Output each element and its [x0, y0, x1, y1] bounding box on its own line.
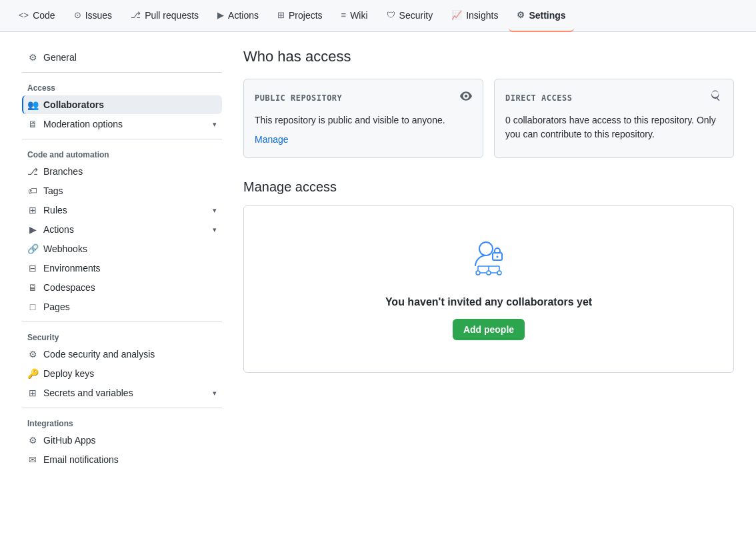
sidebar-item-collaborators[interactable]: 👥 Collaborators: [22, 95, 222, 114]
github-apps-icon: ⚙: [27, 435, 38, 446]
direct-access-text: 0 collaborators have access to this repo…: [505, 113, 723, 141]
actions-sidebar-icon: ▶: [27, 224, 38, 235]
nav-issues-label: Issues: [85, 10, 112, 21]
nav-pull-requests-label: Pull requests: [145, 10, 199, 21]
nav-wiki[interactable]: ≡ Wiki: [333, 0, 376, 32]
pull-requests-icon: ⎇: [131, 10, 141, 20]
top-nav: <> Code ⊙ Issues ⎇ Pull requests ▶ Actio…: [0, 0, 756, 32]
pages-icon: □: [27, 302, 38, 312]
divider-2: [22, 139, 222, 139]
nav-code[interactable]: <> Code: [11, 0, 63, 32]
sidebar-item-general[interactable]: ⚙ General: [22, 48, 222, 67]
nav-settings[interactable]: ⚙ Settings: [509, 0, 573, 32]
eye-icon: [460, 90, 472, 105]
actions-chevron: ▾: [213, 225, 217, 234]
manage-link[interactable]: Manage: [255, 134, 289, 145]
tags-icon: 🏷: [27, 185, 38, 196]
sidebar-tags-label: Tags: [43, 185, 63, 196]
divider-3: [22, 322, 222, 322]
nav-insights-label: Insights: [466, 10, 498, 21]
person-search-icon: [711, 90, 723, 105]
sidebar-branches-label: Branches: [43, 166, 83, 177]
manage-access-title: Manage access: [243, 179, 734, 195]
nav-settings-label: Settings: [529, 10, 565, 21]
svg-point-5: [497, 271, 501, 275]
svg-point-3: [476, 271, 480, 275]
sidebar-integrations-section: Integrations: [22, 414, 222, 431]
sidebar-item-environments[interactable]: ⊟ Environments: [22, 259, 222, 278]
rules-chevron: ▾: [213, 206, 217, 215]
wiki-icon: ≡: [341, 10, 347, 20]
sidebar-item-rules[interactable]: ⊞ Rules ▾: [22, 201, 222, 219]
nav-projects[interactable]: ⊞ Projects: [269, 0, 331, 32]
sidebar-codespaces-label: Codespaces: [43, 282, 95, 293]
nav-security-label: Security: [399, 10, 433, 21]
sidebar-webhooks-label: Webhooks: [43, 243, 87, 254]
public-repo-label: PUBLIC REPOSITORY: [255, 93, 342, 103]
sidebar-rules-label: Rules: [43, 205, 67, 215]
insights-icon: 📈: [451, 10, 462, 20]
code-security-icon: ⚙: [27, 349, 38, 360]
secrets-icon: ⊞: [27, 388, 38, 398]
sidebar-item-tags[interactable]: 🏷 Tags: [22, 181, 222, 200]
sidebar-item-moderation[interactable]: 🖥 Moderation options ▾: [22, 115, 222, 133]
manage-access-box: You haven't invited any collaborators ye…: [243, 205, 734, 373]
sidebar-collaborators-label: Collaborators: [43, 99, 104, 110]
sidebar-item-github-apps[interactable]: ⚙ GitHub Apps: [22, 431, 222, 450]
sidebar-code-automation-section: Code and automation: [22, 145, 222, 162]
svg-point-4: [487, 271, 491, 275]
sidebar-item-pages[interactable]: □ Pages: [22, 298, 222, 316]
sidebar-environments-label: Environments: [43, 263, 101, 274]
code-icon: <>: [19, 10, 29, 20]
svg-point-2: [497, 256, 499, 258]
sidebar-email-notifications-label: Email notifications: [43, 454, 119, 465]
nav-insights[interactable]: 📈 Insights: [443, 0, 506, 32]
rules-icon: ⊞: [27, 205, 38, 215]
divider-1: [22, 72, 222, 73]
direct-access-card: DIRECT ACCESS 0 collaborators have acces…: [494, 79, 734, 158]
public-repo-card: PUBLIC REPOSITORY This repository is pub…: [243, 79, 483, 158]
sidebar-github-apps-label: GitHub Apps: [43, 435, 96, 446]
sidebar-pages-label: Pages: [43, 302, 70, 312]
no-collabs-text: You haven't invited any collaborators ye…: [385, 296, 592, 308]
add-people-button[interactable]: Add people: [453, 319, 525, 340]
svg-point-0: [479, 242, 493, 255]
sidebar-item-codespaces[interactable]: 🖥 Codespaces: [22, 278, 222, 297]
nav-actions-label: Actions: [228, 10, 259, 21]
sidebar-item-actions[interactable]: ▶ Actions ▾: [22, 220, 222, 239]
page-title: Who has access: [243, 48, 734, 65]
access-cards: PUBLIC REPOSITORY This repository is pub…: [243, 79, 734, 158]
sidebar-item-email-notifications[interactable]: ✉ Email notifications: [22, 450, 222, 469]
public-repo-text: This repository is public and visible to…: [255, 113, 472, 127]
sidebar-item-code-security[interactable]: ⚙ Code security and analysis: [22, 345, 222, 364]
sidebar-security-section: Security: [22, 328, 222, 345]
nav-code-label: Code: [33, 10, 55, 21]
sidebar-item-webhooks[interactable]: 🔗 Webhooks: [22, 239, 222, 258]
sidebar-item-deploy-keys[interactable]: 🔑 Deploy keys: [22, 364, 222, 383]
sidebar-general-label: General: [43, 52, 77, 63]
codespaces-icon: 🖥: [27, 282, 38, 293]
collaborators-icon: 👥: [27, 99, 38, 110]
branches-icon: ⎇: [27, 166, 38, 177]
collab-illustration: [462, 238, 515, 280]
environments-icon: ⊟: [27, 263, 38, 274]
nav-wiki-label: Wiki: [350, 10, 367, 21]
moderation-icon: 🖥: [27, 119, 38, 129]
actions-icon: ▶: [217, 10, 224, 20]
nav-security[interactable]: 🛡 Security: [379, 0, 441, 32]
general-icon: ⚙: [27, 52, 38, 63]
deploy-keys-icon: 🔑: [27, 368, 38, 379]
moderation-chevron: ▾: [213, 120, 217, 129]
nav-pull-requests[interactable]: ⎇ Pull requests: [123, 0, 207, 32]
secrets-chevron: ▾: [213, 389, 217, 398]
nav-actions[interactable]: ▶ Actions: [209, 0, 267, 32]
sidebar-actions-label: Actions: [43, 224, 74, 235]
nav-projects-label: Projects: [289, 10, 323, 21]
settings-icon: ⚙: [517, 10, 525, 20]
sidebar-item-secrets[interactable]: ⊞ Secrets and variables ▾: [22, 384, 222, 402]
sidebar: ⚙ General Access 👥 Collaborators 🖥 Moder…: [22, 48, 222, 470]
divider-4: [22, 408, 222, 408]
sidebar-item-branches[interactable]: ⎇ Branches: [22, 162, 222, 181]
nav-issues[interactable]: ⊙ Issues: [66, 0, 120, 32]
direct-access-label: DIRECT ACCESS: [505, 93, 572, 103]
